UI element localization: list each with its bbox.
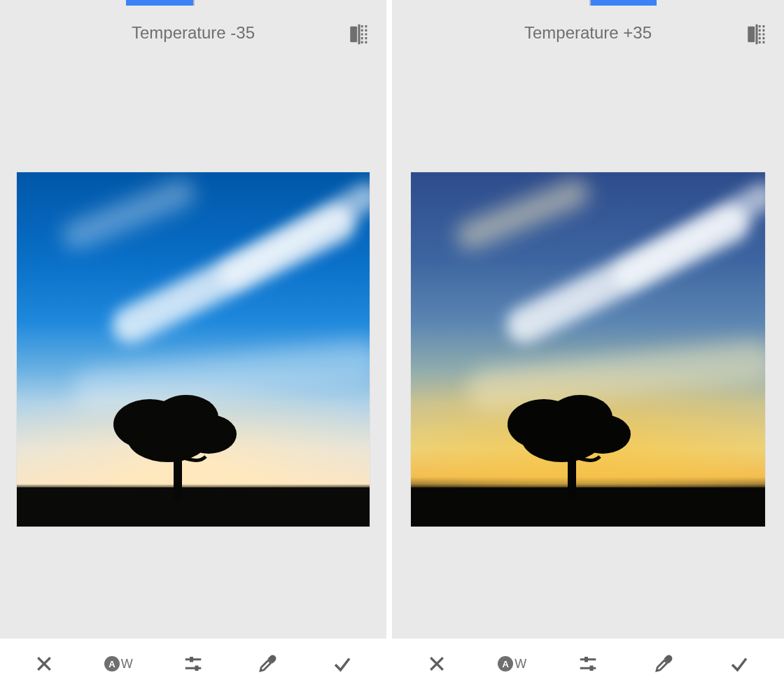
eyedropper-button[interactable] [647, 647, 680, 681]
photo-preview[interactable] [411, 172, 765, 527]
svg-point-18 [522, 415, 603, 462]
cancel-button[interactable] [27, 647, 61, 681]
svg-point-5 [127, 415, 209, 462]
aw-suffix: W [514, 657, 527, 671]
close-icon [34, 653, 55, 674]
slider-fill [589, 0, 657, 6]
aw-letter: A [503, 659, 509, 669]
svg-rect-13 [748, 27, 755, 43]
header: Temperature +35 [392, 6, 784, 60]
editor-panel-right: Temperature +35 [392, 0, 784, 689]
eyedropper-button[interactable] [251, 647, 284, 681]
tune-button[interactable] [176, 647, 210, 681]
compare-button[interactable] [745, 22, 769, 43]
photo-tree-silhouette [101, 381, 255, 500]
auto-white-balance-button[interactable]: A W [496, 647, 529, 681]
compare-icon [347, 22, 371, 46]
auto-white-balance-icon: A W [498, 656, 527, 671]
svg-rect-10 [190, 657, 193, 662]
temperature-slider[interactable] [392, 0, 784, 6]
svg-rect-12 [195, 666, 198, 671]
tune-button[interactable] [571, 647, 605, 681]
tune-icon [578, 653, 598, 674]
temperature-slider[interactable] [0, 0, 386, 6]
photo-preview[interactable] [17, 172, 370, 527]
slider-origin-tick [589, 0, 591, 6]
tune-icon [183, 653, 204, 674]
compare-icon [745, 22, 769, 46]
photo-tree-silhouette [495, 381, 649, 500]
header: Temperature -35 [0, 6, 386, 60]
auto-white-balance-icon: A W [104, 656, 134, 671]
apply-button[interactable] [722, 647, 756, 681]
svg-rect-0 [350, 27, 357, 43]
bottom-toolbar: A W [392, 639, 784, 689]
preview-area [392, 60, 784, 639]
compare-button[interactable] [347, 22, 371, 43]
editor-panel-left: Temperature -35 [0, 0, 392, 689]
apply-button[interactable] [326, 647, 359, 681]
adjustment-label: Temperature +35 [524, 23, 652, 43]
check-icon [729, 653, 750, 674]
close-icon [426, 653, 447, 674]
slider-origin-tick [193, 0, 195, 6]
cancel-button[interactable] [420, 647, 454, 681]
adjustment-label: Temperature -35 [132, 23, 255, 43]
eyedropper-icon [653, 653, 674, 674]
auto-white-balance-button[interactable]: A W [102, 647, 136, 681]
slider-fill [126, 0, 193, 6]
svg-rect-23 [584, 657, 588, 662]
svg-rect-25 [590, 666, 594, 671]
preview-area [0, 60, 386, 639]
check-icon [332, 653, 353, 674]
bottom-toolbar: A W [0, 639, 386, 689]
aw-suffix: W [121, 657, 134, 671]
eyedropper-icon [257, 653, 278, 674]
aw-letter: A [108, 659, 115, 669]
